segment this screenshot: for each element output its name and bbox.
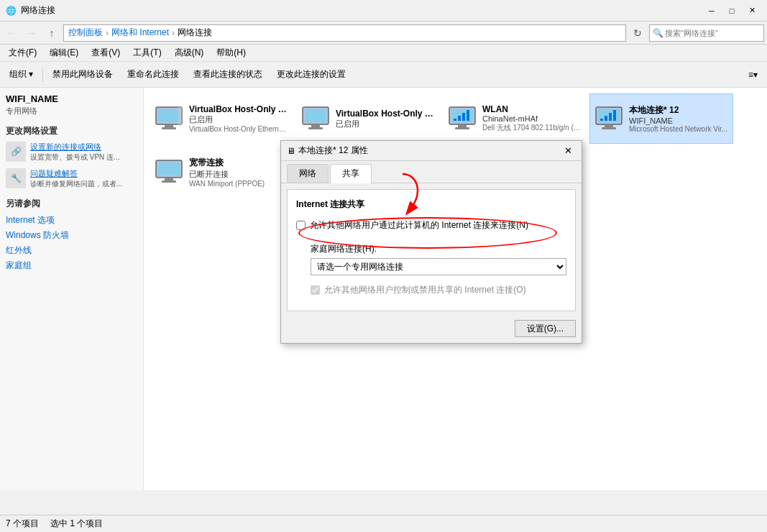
list-item[interactable]: VirtualBox Host-Only Network 已启用 Virtual…: [150, 93, 293, 144]
net-status-4: WIFI_NAME: [629, 116, 728, 125]
rename-connection-button[interactable]: 重命名此连接: [121, 64, 185, 86]
toolbar: 组织 ▾ 禁用此网络设备 重命名此连接 查看此连接的状态 更改此连接的设置 ≡▾: [0, 62, 767, 88]
svg-rect-28: [158, 162, 180, 175]
home-network-select[interactable]: 请选一个专用网络连接: [311, 258, 566, 275]
tab-network[interactable]: 网络: [287, 164, 329, 183]
wifi-info-section: WIFI_NAME 专用网络: [6, 93, 137, 116]
see-also-section: 另请参阅 Internet 选项 Windows 防火墙 红外线 家庭组: [6, 198, 137, 272]
monitor-icon-2: [301, 106, 330, 132]
list-item[interactable]: 宽带连接 已断开连接 WAN Miniport (PPPOE): [150, 147, 293, 197]
dialog-tabs: 网络 共享: [281, 161, 582, 183]
search-input[interactable]: [665, 29, 751, 37]
breadcrumb-item-2[interactable]: 网络和 Internet: [111, 27, 169, 39]
home-network-row: 家庭网络连接(H): 请选一个专用网络连接: [296, 243, 566, 275]
svg-rect-22: [605, 116, 607, 121]
svg-rect-18: [605, 124, 613, 127]
dialog-close-button[interactable]: ✕: [560, 145, 576, 157]
svg-rect-27: [162, 180, 176, 183]
organize-button[interactable]: 组织 ▾: [3, 64, 40, 86]
svg-rect-8: [305, 109, 326, 122]
svg-rect-1: [165, 124, 173, 127]
net-name-1: VirtualBox Host-Only Network: [189, 104, 288, 114]
address-bar: ← → ↑ 控制面板 › 网络和 Internet › 网络连接 ↻ 🔍: [0, 22, 767, 45]
setup-desc-1: 设置宽带、拨号或 VPN 连...: [30, 152, 119, 162]
change-settings-button[interactable]: 更改此连接的设置: [270, 64, 352, 86]
list-item[interactable]: VirtualBox Host-Only Network #2 已启用: [296, 93, 440, 144]
setup-icon-1: 🔗: [6, 142, 26, 162]
troubleshoot-link[interactable]: 问题疑难解答: [30, 168, 122, 179]
troubleshoot-item[interactable]: 🔧 问题疑难解答 诊断并修复网络问题，或者...: [6, 168, 137, 189]
troubleshoot-desc: 诊断并修复网络问题，或者...: [30, 179, 122, 189]
firewall-link[interactable]: Windows 防火墙: [6, 229, 137, 242]
checkbox2-row: 允许其他网络用户控制或禁用共享的 Internet 连接(O): [296, 284, 566, 296]
back-button[interactable]: ←: [3, 24, 20, 42]
breadcrumb-item-1[interactable]: 控制面板: [68, 27, 103, 39]
minimize-button[interactable]: ─: [702, 4, 721, 18]
svg-rect-21: [600, 119, 603, 121]
forward-button[interactable]: →: [23, 24, 40, 42]
view-status-button[interactable]: 查看此连接的状态: [187, 64, 269, 86]
net-icon-1: [155, 104, 183, 133]
infrared-link[interactable]: 红外线: [6, 244, 137, 257]
wifi-icon-4: [594, 106, 623, 132]
title-bar: 🌐 网络连接 ─ □ ✕: [0, 0, 767, 22]
breadcrumb-item-3: 网络连接: [178, 27, 212, 39]
net-info-4: 本地连接* 12 WIFI_NAME Microsoft Hosted Netw…: [629, 104, 728, 133]
refresh-button[interactable]: ↻: [629, 24, 646, 42]
svg-rect-10: [458, 124, 467, 127]
svg-rect-7: [308, 127, 323, 129]
dialog-title-text: 🖥 本地连接* 12 属性: [287, 145, 368, 157]
svg-rect-26: [165, 178, 173, 180]
status-items: 7 个项目 选中 1 个项目: [6, 518, 103, 530]
maximize-button[interactable]: □: [722, 4, 741, 18]
settings-button[interactable]: 设置(G)...: [515, 320, 576, 337]
up-button[interactable]: ↑: [43, 24, 60, 42]
list-item[interactable]: WLAN ChinaNet-mHAf Dell 无线 1704 802.11b/…: [443, 93, 587, 144]
menu-edit[interactable]: 编辑(E): [44, 45, 84, 60]
wifi-name: WIFI_NAME: [6, 93, 137, 104]
close-button[interactable]: ✕: [743, 4, 761, 18]
menu-file[interactable]: 文件(F): [3, 45, 42, 60]
breadcrumb: 控制面板 › 网络和 Internet › 网络连接: [63, 24, 626, 42]
title-bar-left: 🌐 网络连接: [6, 4, 55, 17]
net-name-3: WLAN: [482, 104, 582, 114]
tab-sharing[interactable]: 共享: [330, 164, 372, 183]
svg-rect-24: [613, 110, 616, 121]
wifi-icon-3: [448, 106, 477, 132]
net-info-3: WLAN ChinaNet-mHAf Dell 无线 1704 802.11b/…: [482, 104, 582, 133]
net-status-3: ChinaNet-mHAf: [482, 114, 582, 123]
homegroup-link[interactable]: 家庭组: [6, 260, 137, 272]
allow-sharing-label: 允许其他网络用户通过此计算机的 Internet 连接来连接(N): [310, 219, 528, 231]
setup-new-connection[interactable]: 🔗 设置新的连接或网络 设置宽带、拨号或 VPN 连...: [6, 142, 137, 162]
allow-control-label: 允许其他网络用户控制或禁用共享的 Internet 连接(O): [324, 284, 526, 296]
view-icon-button[interactable]: ≡▾: [742, 64, 764, 86]
net-icon-5: [155, 157, 183, 186]
search-box[interactable]: 🔍: [649, 24, 764, 42]
troubleshoot-text: 问题疑难解答 诊断并修复网络问题，或者...: [30, 168, 122, 189]
internet-options-link[interactable]: Internet 选项: [6, 214, 137, 226]
disable-network-button[interactable]: 禁用此网络设备: [46, 64, 119, 86]
item-count: 7 个项目: [6, 518, 39, 530]
allow-sharing-checkbox[interactable]: [296, 221, 306, 230]
net-detail-5: WAN Miniport (PPPOE): [189, 180, 288, 188]
net-detail-1: VirtualBox Host-Only Ethernet ...: [189, 125, 288, 133]
dialog-title: 本地连接* 12 属性: [298, 145, 368, 157]
menu-help[interactable]: 帮助(H): [211, 45, 252, 60]
see-also-title: 另请参阅: [6, 198, 137, 210]
net-info-2: VirtualBox Host-Only Network #2 已启用: [336, 109, 435, 129]
title-bar-controls: ─ □ ✕: [702, 4, 761, 18]
net-detail-3: Dell 无线 1704 802.11b/g/n (2...: [482, 123, 582, 133]
menu-view[interactable]: 查看(V): [86, 45, 126, 60]
properties-dialog[interactable]: 🖥 本地连接* 12 属性 ✕ 网络 共享 Internet 连接共享 允许其他…: [280, 140, 582, 344]
net-status-5: 已断开连接: [189, 169, 288, 180]
svg-rect-2: [162, 127, 176, 129]
menu-advanced[interactable]: 高级(N): [169, 45, 210, 60]
dialog-title-bar: 🖥 本地连接* 12 属性 ✕: [281, 141, 582, 161]
net-icon-3: [448, 104, 477, 133]
svg-rect-14: [458, 116, 461, 121]
setup-link-1[interactable]: 设置新的连接或网络: [30, 142, 119, 152]
home-network-label: 家庭网络连接(H):: [311, 243, 566, 255]
setup-text-1: 设置新的连接或网络 设置宽带、拨号或 VPN 连...: [30, 142, 119, 162]
list-item[interactable]: 本地连接* 12 WIFI_NAME Microsoft Hosted Netw…: [589, 93, 733, 144]
menu-tools[interactable]: 工具(T): [127, 45, 167, 60]
